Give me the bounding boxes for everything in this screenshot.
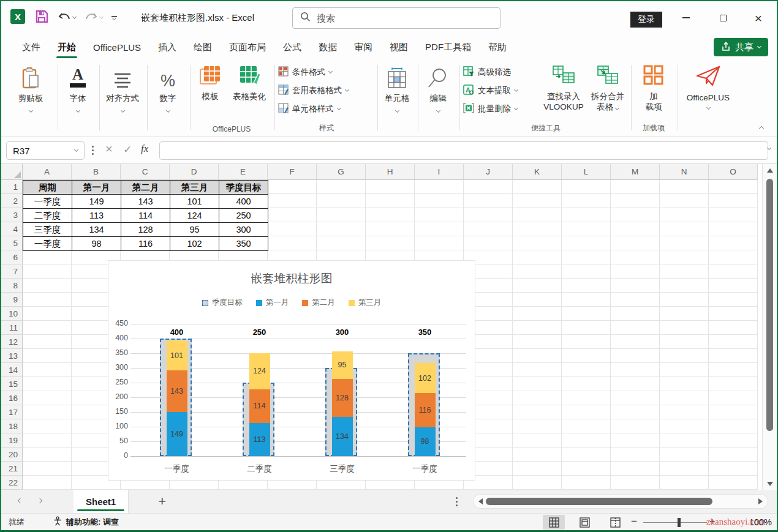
ribbon-tab[interactable]: 文件 bbox=[13, 34, 49, 60]
row-header[interactable]: 3 bbox=[1, 208, 23, 222]
row-header[interactable]: 2 bbox=[1, 194, 23, 208]
search-input[interactable] bbox=[317, 13, 476, 23]
editing-group-button[interactable]: 编辑 bbox=[419, 60, 457, 137]
table-header-cell[interactable]: 季度目标 bbox=[219, 181, 268, 195]
chart[interactable]: 嵌套堆积柱形图 季度目标第一月第二月第三月 050100150200250300… bbox=[108, 260, 475, 481]
batch-delete-button[interactable]: 批量删除 bbox=[463, 103, 518, 115]
cancel-icon[interactable]: × bbox=[105, 142, 113, 156]
column-header[interactable]: A bbox=[23, 164, 72, 180]
row-header[interactable]: 7 bbox=[1, 264, 23, 279]
page-break-view-button[interactable] bbox=[604, 515, 626, 530]
zoom-slider-handle[interactable] bbox=[678, 518, 681, 527]
table-cell[interactable]: 二季度 bbox=[23, 209, 72, 223]
enter-icon[interactable]: ✓ bbox=[123, 143, 132, 156]
column-header[interactable]: K bbox=[513, 164, 562, 180]
table-cell[interactable]: 116 bbox=[121, 237, 170, 251]
sheetbar-dots-icon[interactable] bbox=[456, 497, 458, 506]
undo-dropdown-icon[interactable] bbox=[72, 15, 77, 19]
column-header[interactable]: G bbox=[317, 164, 366, 180]
horizontal-scrollbar[interactable] bbox=[473, 494, 768, 509]
select-all-corner[interactable] bbox=[1, 164, 23, 180]
ribbon-tab[interactable]: PDF工具箱 bbox=[417, 34, 480, 60]
legend-item[interactable]: 季度目标 bbox=[202, 298, 243, 308]
close-button[interactable]: × bbox=[746, 9, 771, 27]
cell-styles-button[interactable]: 单元格样式 bbox=[278, 103, 341, 115]
table-header-cell[interactable]: 周期 bbox=[23, 181, 72, 195]
stack-segment[interactable]: 114 bbox=[249, 389, 270, 423]
scroll-down-arrow[interactable] bbox=[763, 478, 777, 490]
row-header[interactable]: 5 bbox=[1, 236, 23, 250]
ribbon-tab[interactable]: 审阅 bbox=[346, 34, 381, 60]
legend-item[interactable]: 第二月 bbox=[302, 298, 335, 308]
table-cell[interactable]: 134 bbox=[72, 223, 121, 237]
row-header[interactable]: 17 bbox=[1, 405, 23, 419]
stack-segment[interactable]: 128 bbox=[332, 379, 353, 416]
ribbon-tab[interactable]: 数据 bbox=[310, 34, 346, 60]
insert-function-icon[interactable]: fx bbox=[141, 143, 148, 155]
format-as-table-button[interactable]: 套用表格格式 bbox=[278, 84, 349, 97]
column-header[interactable]: O bbox=[709, 164, 758, 180]
row-header[interactable]: 12 bbox=[1, 335, 23, 349]
stack-segment[interactable]: 134 bbox=[332, 417, 353, 456]
column-header[interactable]: J bbox=[464, 164, 513, 180]
formula-input[interactable] bbox=[159, 141, 768, 160]
split-merge-button[interactable]: 拆分合并 表格 bbox=[587, 60, 629, 113]
row-header[interactable]: 22 bbox=[1, 476, 23, 490]
cells-group-button[interactable]: 单元格 bbox=[379, 60, 415, 137]
zoom-percentage[interactable]: 100% bbox=[749, 517, 772, 527]
data-table[interactable]: 周期第一月第二月第三月季度目标一季度149143101400二季度1131141… bbox=[23, 180, 268, 251]
add-sheet-button[interactable]: + bbox=[158, 495, 166, 508]
stack-segment[interactable]: 101 bbox=[167, 340, 187, 370]
alignment-group-button[interactable]: 对齐方式 bbox=[100, 60, 145, 137]
normal-view-button[interactable] bbox=[543, 515, 565, 530]
stack-segment[interactable]: 149 bbox=[167, 412, 187, 456]
row-header[interactable]: 6 bbox=[1, 250, 23, 264]
horizontal-scroll-thumb[interactable] bbox=[486, 498, 712, 505]
number-group-button[interactable]: % 数字 bbox=[148, 60, 187, 137]
table-cell[interactable]: 124 bbox=[170, 209, 219, 223]
save-icon[interactable] bbox=[34, 9, 49, 26]
search-box[interactable] bbox=[292, 7, 500, 29]
stack-segment[interactable]: 95 bbox=[332, 351, 353, 380]
row-header[interactable]: 18 bbox=[1, 419, 23, 433]
scroll-left-arrow[interactable] bbox=[478, 498, 483, 504]
table-cell[interactable]: 143 bbox=[121, 195, 170, 209]
conditional-formatting-button[interactable]: 条件格式 bbox=[278, 66, 332, 78]
clipboard-group-button[interactable]: 剪贴板 bbox=[7, 60, 54, 137]
stack-segment[interactable]: 124 bbox=[249, 353, 270, 390]
undo-button[interactable] bbox=[58, 12, 76, 24]
ribbon-tab[interactable]: OfficePLUS bbox=[85, 34, 149, 60]
row-header[interactable]: 19 bbox=[1, 433, 23, 448]
excel-logo-icon[interactable]: X bbox=[10, 9, 26, 27]
advanced-filter-button[interactable]: 高级筛选 bbox=[463, 66, 511, 78]
text-extract-button[interactable]: A 文本提取 bbox=[463, 84, 518, 97]
table-cell[interactable]: 102 bbox=[170, 237, 219, 251]
table-cell[interactable]: 350 bbox=[219, 237, 268, 251]
maximize-button[interactable] bbox=[711, 9, 735, 27]
row-header[interactable]: 13 bbox=[1, 349, 23, 363]
table-cell[interactable]: 98 bbox=[72, 237, 121, 251]
column-header[interactable]: N bbox=[660, 164, 709, 180]
column-header[interactable]: E bbox=[219, 164, 268, 180]
stack-segment[interactable]: 98 bbox=[415, 427, 436, 456]
table-cell[interactable]: 113 bbox=[72, 209, 121, 223]
table-cell[interactable]: 一季度 bbox=[23, 195, 72, 209]
table-cell[interactable]: 250 bbox=[219, 209, 268, 223]
column-header[interactable]: M bbox=[611, 164, 660, 180]
vlookup-button[interactable]: 查找录入 VLOOKUP bbox=[540, 60, 587, 113]
row-header[interactable]: 1 bbox=[1, 180, 23, 194]
column-header[interactable]: H bbox=[366, 164, 415, 180]
table-cell[interactable]: 400 bbox=[219, 195, 268, 209]
row-header[interactable]: 10 bbox=[1, 307, 23, 321]
table-cell[interactable]: 一季度 bbox=[23, 237, 72, 251]
ribbon-tab[interactable]: 公式 bbox=[274, 34, 310, 60]
row-header[interactable]: 9 bbox=[1, 293, 23, 307]
row-header[interactable]: 20 bbox=[1, 448, 23, 462]
table-header-cell[interactable]: 第一月 bbox=[72, 181, 121, 195]
sign-in-button[interactable]: 登录 bbox=[630, 12, 662, 28]
scroll-right-arrow[interactable] bbox=[758, 498, 763, 504]
vertical-scrollbar[interactable] bbox=[762, 164, 776, 490]
ribbon-tab[interactable]: 帮助 bbox=[480, 34, 515, 60]
vertical-scroll-thumb[interactable] bbox=[766, 179, 773, 431]
column-header[interactable]: I bbox=[415, 164, 464, 180]
